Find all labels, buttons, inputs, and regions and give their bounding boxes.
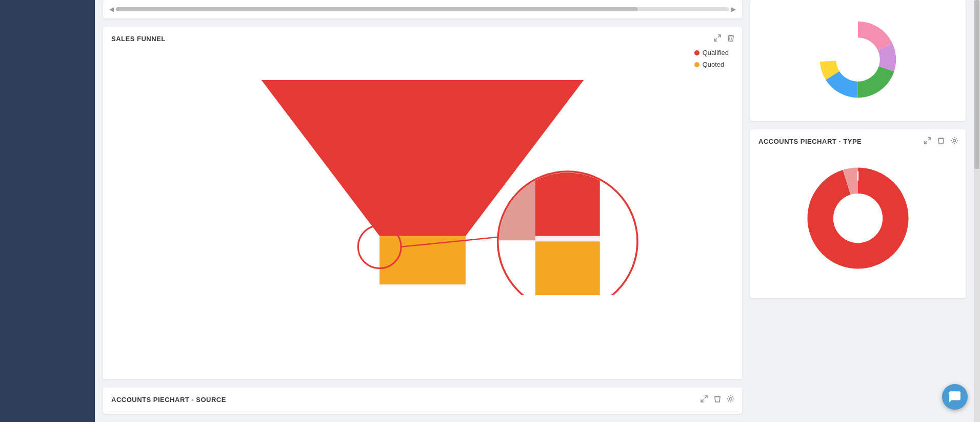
svg-point-12	[730, 398, 732, 400]
accounts-type-expand-button[interactable]	[924, 137, 932, 146]
funnel-container: Qualified Quoted	[111, 49, 734, 295]
accounts-source-expand-button[interactable]	[700, 395, 708, 404]
qualified-dot	[694, 50, 699, 55]
quoted-dot	[694, 62, 699, 67]
scroll-thumb	[116, 7, 637, 11]
quoted-bar	[379, 236, 466, 284]
main-content: ◀ ▶ SALES FUNNEL	[95, 0, 974, 422]
right-column: ACCOUNTS PIECHART - TYPE	[750, 0, 966, 414]
accounts-type-widget: ACCOUNTS PIECHART - TYPE	[750, 129, 966, 298]
accounts-type-settings-button[interactable]	[950, 137, 958, 146]
page-scrollbar-thumb	[974, 0, 979, 169]
sales-funnel-expand-button[interactable]	[713, 34, 722, 43]
chat-icon	[948, 390, 962, 404]
svg-point-21	[953, 140, 956, 142]
accounts-source-delete-button[interactable]	[713, 395, 722, 404]
accounts-type-donut-svg	[802, 162, 914, 275]
funnel-svg	[111, 69, 734, 295]
top-donut-container	[758, 8, 957, 111]
qualified-label: Qualified	[703, 49, 729, 56]
accounts-source-actions	[700, 395, 735, 404]
chat-bubble-button[interactable]	[942, 384, 968, 410]
accounts-source-settings-button[interactable]	[727, 395, 735, 404]
quoted-label: Quoted	[703, 61, 725, 68]
top-donut-widget	[750, 0, 966, 121]
funnel-legend: Qualified Quoted	[694, 49, 729, 68]
sales-funnel-title: SALES FUNNEL	[111, 35, 734, 43]
sales-funnel-actions	[713, 34, 735, 43]
scroll-track	[116, 7, 729, 11]
accounts-source-title: ACCOUNTS PIECHART - SOURCE	[111, 396, 734, 404]
legend-quoted: Quoted	[694, 61, 729, 68]
svg-rect-7	[535, 241, 600, 295]
sales-funnel-widget: SALES FUNNEL	[103, 27, 742, 379]
scroll-bar[interactable]: ◀ ▶	[103, 0, 742, 18]
svg-point-24	[833, 194, 882, 242]
sidebar	[0, 0, 95, 422]
left-column: ◀ ▶ SALES FUNNEL	[103, 0, 742, 414]
scroll-left-arrow[interactable]: ◀	[107, 6, 116, 13]
accounts-type-actions	[924, 137, 958, 146]
legend-qualified: Qualified	[694, 49, 729, 56]
accounts-source-widget: ACCOUNTS PIECHART - SOURCE	[103, 388, 742, 414]
funnel-svg-area	[111, 69, 734, 295]
page-scrollbar[interactable]	[974, 0, 980, 422]
accounts-type-delete-button[interactable]	[937, 137, 945, 146]
svg-point-18	[836, 38, 880, 82]
scroll-right-arrow[interactable]: ▶	[729, 6, 738, 13]
svg-rect-6	[535, 156, 600, 242]
sales-funnel-delete-button[interactable]	[727, 34, 735, 43]
accounts-type-donut-container	[758, 151, 957, 290]
top-donut-svg	[812, 13, 904, 106]
